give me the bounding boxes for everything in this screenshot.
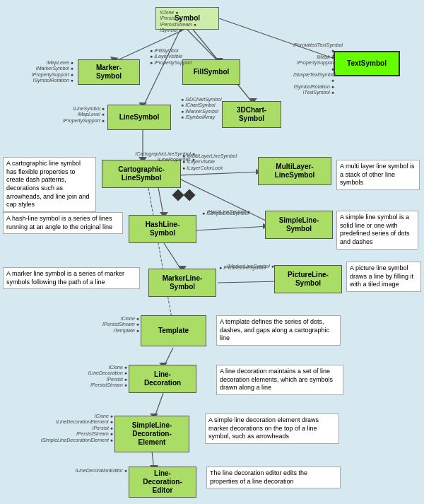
diagram: Symbol Marker-Symbol FillSymbol TextSymb… <box>0 0 424 504</box>
fill-ifaces: ● IFillSymbol● ILayerVisible● IPropertyS… <box>150 48 192 66</box>
hash-line-desc: A hash-line symbol is a series of lines … <box>3 212 123 234</box>
multi-layer-ifaces: ● IMultiLayerLineSymbol● ILayerVisible● … <box>182 153 237 171</box>
simple-line-decoration-element-node: SimpleLine-Decoration-Element <box>114 416 189 452</box>
svg-line-19 <box>195 226 269 230</box>
diamond-2 <box>184 189 196 201</box>
line-symbol-node: LineSymbol <box>107 105 171 130</box>
svg-line-21 <box>218 281 280 283</box>
line-decoration-node: Line-Decoration <box>129 365 196 393</box>
simple-deco-el-ifaces-lbl: IClone ●ILineDecorationElement ●IPersist… <box>3 414 113 443</box>
multi-layer-line-symbol-node: MultiLayer-LineSymbol <box>258 157 331 185</box>
marker-line-symbol-node: MarkerLine-Symbol <box>148 269 216 297</box>
cartographic-ifaces: ICartographicLineSymbol ●ILineProperties… <box>99 151 195 163</box>
line-deco-ifaces-lbl: IClone ●ILineDecoration ●IPersist ●IPers… <box>3 365 127 389</box>
line-decoration-desc: A line decoration maintains a set of lin… <box>216 365 343 395</box>
marker-line-desc: A marker line symbol is a series of mark… <box>3 267 140 289</box>
marker-symbol-node: Marker-Symbol <box>78 59 140 85</box>
text-symbol-node: TextSymbol <box>334 51 400 76</box>
cartographic-line-desc: A cartographic line symbol has flexible … <box>3 157 96 212</box>
svg-line-6 <box>143 30 180 107</box>
hash-line-symbol-node: HashLine-Symbol <box>129 215 196 243</box>
simple-line-ifaces-lbl: ● ISimpleLineSymbol <box>202 211 249 216</box>
line-decoration-editor-desc: The line decoration editor edits the pro… <box>206 467 341 488</box>
line-ifaces: ILineSymbol ●IMapLevel ●IPropertySupport… <box>3 106 105 124</box>
text-ifaces: IFormattedTextSymbol ●IMask ●IPropertySu… <box>293 42 334 96</box>
cartographic-line-symbol-node: Cartographic-LineSymbol <box>102 160 181 188</box>
line-deco-editor-ifaces-lbl: ILineDecorationEditor ● <box>3 468 127 474</box>
diamond-1 <box>172 189 184 201</box>
picture-line-ifaces-lbl: ● IPictureLineSymbol <box>219 265 266 271</box>
picture-line-symbol-node: PictureLine-Symbol <box>274 265 342 293</box>
simple-line-desc: A simple line symbol is a solid line or … <box>336 211 418 250</box>
picture-line-desc: A picture line symbol draws a line by fi… <box>346 262 421 292</box>
multi-layer-desc: A multi layer line symbol is a stack of … <box>336 160 420 190</box>
3d-chart-ifaces: ● I3DChartSymbol● IChartSymbol● IMarkerS… <box>181 97 222 121</box>
symbol-ifaces: IClone ●IPersist ●IPersistStream ●ISymbo… <box>160 10 196 34</box>
svg-line-26 <box>154 393 163 418</box>
simple-line-symbol-node: SimpleLine-Symbol <box>265 211 333 239</box>
template-ifaces-lbl: IClone ●IPersistStream ●ITemplate ● <box>3 316 139 334</box>
3d-chart-symbol-node: 3DChart-Symbol <box>222 101 281 128</box>
line-decoration-editor-node: Line-Decoration-Editor <box>129 467 196 498</box>
simple-line-deco-el-desc: A simple line decoration element draws m… <box>205 414 339 444</box>
svg-line-14 <box>178 172 261 175</box>
svg-line-23 <box>148 188 172 318</box>
template-desc: A template defines the series of dots, d… <box>216 315 341 346</box>
marker-ifaces: IMapLevel ●IMarkerSymbol ●IPropertySuppo… <box>3 60 73 84</box>
svg-line-2 <box>187 30 219 62</box>
template-node: Template <box>141 315 206 346</box>
